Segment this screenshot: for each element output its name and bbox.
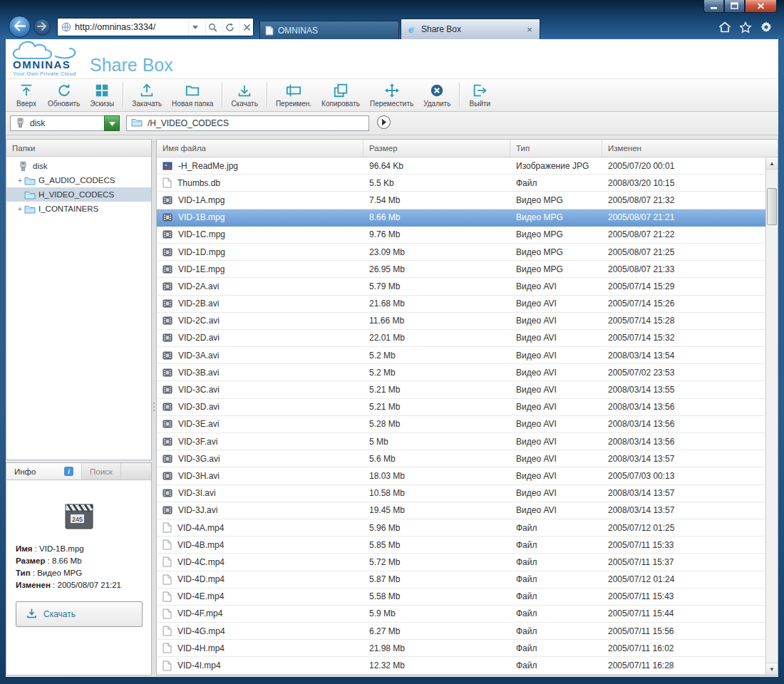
toolbar-button[interactable]: Новая папка — [167, 79, 218, 111]
table-row[interactable]: VID-2A.avi 5.79 Mb Видео AVI 2005/07/14 … — [157, 278, 765, 295]
stop-icon[interactable] — [239, 19, 253, 36]
file-size: 5.85 Mb — [363, 540, 510, 550]
close-window-button[interactable] — [745, 0, 777, 13]
minimize-button[interactable] — [703, 0, 724, 13]
scrollbar[interactable]: ▲ ▼ — [765, 157, 778, 675]
browser-tab[interactable]: e Share Box — [401, 19, 540, 39]
tab-close-icon[interactable] — [525, 25, 535, 34]
file-type: Видео AVI — [510, 385, 602, 395]
file-modified: 2008/03/14 13:56 — [602, 419, 765, 429]
file-type: Файл — [510, 178, 602, 188]
download-button[interactable]: Скачать — [16, 601, 143, 627]
toolbar-button[interactable]: Выйти — [463, 79, 496, 111]
column-header[interactable]: Размер — [363, 140, 510, 157]
table-row[interactable]: Thumbs.db 5.5 Kb Файл 2008/03/20 10:15 — [157, 175, 765, 192]
table-row[interactable]: VID-2D.avi 22.01 Mb Видео AVI 2005/07/14… — [157, 330, 765, 347]
table-row[interactable]: VID-3F.avi 5 Mb Видео AVI 2008/03/14 13:… — [157, 433, 765, 450]
file-name: VID-2C.avi — [178, 316, 220, 326]
toolbar-button[interactable]: Удалить — [418, 79, 455, 111]
info-icon: i — [64, 467, 73, 476]
tree-expander[interactable]: + — [16, 205, 24, 213]
table-row[interactable]: VID-3D.avi 5.21 Mb Видео AVI 2008/03/14 … — [157, 399, 765, 416]
table-row[interactable]: VID-4A.mp4 5.96 Mb Файл 2005/07/12 01:25 — [157, 519, 765, 537]
file-icon — [163, 522, 172, 533]
film-icon — [163, 281, 172, 291]
image-icon — [163, 161, 172, 171]
file-type: Файл — [510, 660, 602, 670]
folder-icon — [131, 118, 143, 129]
table-row[interactable]: VID-4I.mp4 12.32 Mb Файл 2005/07/11 16:2… — [157, 657, 765, 674]
table-row[interactable]: VID-4H.mp4 21.98 Mb Файл 2005/07/11 16:0… — [157, 640, 765, 657]
forward-button[interactable] — [33, 19, 51, 36]
film-icon — [163, 368, 172, 378]
file-size: 5.87 Mb — [363, 574, 510, 584]
file-type: Файл — [510, 540, 602, 550]
table-row[interactable]: VID-2C.avi 11.66 Mb Видео AVI 2005/07/14… — [157, 313, 765, 330]
table-row[interactable]: VID-1D.mpg 23.09 Mb Видео MPG 2005/08/07… — [157, 244, 765, 261]
address-dropdown-icon[interactable] — [188, 19, 202, 36]
scrollbar-thumb[interactable] — [767, 188, 777, 225]
table-row[interactable]: VID-1A.mpg 7.54 Mb Видео MPG 2005/08/07 … — [157, 192, 765, 209]
toolbar-button[interactable]: Обновить — [43, 79, 85, 111]
new-folder-icon — [185, 83, 200, 98]
search-icon[interactable] — [205, 19, 219, 36]
table-row[interactable]: VID-4D.mp4 5.87 Mb Файл 2005/07/12 01:24 — [157, 571, 765, 589]
file-type: Видео MPG — [510, 195, 602, 205]
scroll-up-icon[interactable]: ▲ — [766, 157, 778, 170]
table-row[interactable]: VID-1E.mpg 26.95 Mb Видео MPG 2005/08/07… — [157, 261, 765, 278]
table-row[interactable]: VID-4E.mp4 5.58 Mb Файл 2005/07/11 15:43 — [157, 589, 765, 606]
tree-item[interactable]: H_VIDEO_CODECS — [6, 187, 151, 202]
refresh-page-icon[interactable] — [222, 19, 236, 36]
browser-tab[interactable]: OMNINAS — [259, 21, 399, 39]
table-row[interactable]: VID-4F.mp4 5.9 Mb Файл 2005/07/11 15:44 — [157, 606, 765, 623]
table-row[interactable]: VID-3B.avi 5.2 Mb Видео AVI 2005/07/02 2… — [157, 364, 765, 381]
table-row[interactable]: VID-4G.mp4 6.27 Mb Файл 2005/07/11 15:56 — [157, 623, 765, 640]
toolbar-button[interactable]: Эскизы — [85, 79, 119, 111]
table-row[interactable]: VID-1C.mpg 9.76 Mb Видео MPG 2005/08/07 … — [157, 227, 765, 244]
maximize-button[interactable] — [724, 0, 745, 13]
tree-item[interactable]: disk — [6, 159, 151, 173]
table-row[interactable]: VID-3J.avi 19.45 Mb Видео AVI 2008/03/14… — [157, 502, 765, 519]
panel-tab[interactable]: Инфо i — [6, 463, 82, 480]
disk-selector[interactable]: disk — [10, 115, 120, 131]
panel-tab[interactable]: Поиск — [82, 463, 121, 480]
table-row[interactable]: VID-4B.mp4 5.85 Mb Файл 2005/07/11 15:33 — [157, 537, 765, 554]
favorites-icon[interactable] — [739, 21, 752, 33]
toolbar-button[interactable]: Переместить — [365, 79, 418, 111]
table-row[interactable]: -H_ReadMe.jpg 96.64 Kb Изображение JPG 2… — [157, 157, 765, 175]
toolbar-separator — [123, 83, 123, 108]
file-type: Видео AVI — [510, 299, 602, 309]
path-input[interactable]: /H_VIDEO_CODECS — [126, 115, 369, 131]
column-header[interactable]: Тип — [510, 140, 602, 157]
toolbar-button[interactable]: Копировать — [316, 79, 365, 111]
table-row[interactable]: VID-3I.avi 10.58 Mb Видео AVI 2008/03/14… — [157, 485, 765, 502]
go-button[interactable] — [376, 115, 391, 131]
table-row[interactable]: VID-2B.avi 21.68 Mb Видео AVI 2005/07/14… — [157, 296, 765, 313]
disk-dropdown-button[interactable] — [104, 115, 120, 131]
table-row[interactable]: VID-3C.avi 5.21 Mb Видео AVI 2008/03/14 … — [157, 381, 765, 398]
table-row[interactable]: VID-4C.mp4 5.72 Mb Файл 2005/07/11 15:37 — [157, 554, 765, 571]
file-size: 23.09 Mb — [363, 247, 510, 257]
scroll-down-icon[interactable]: ▼ — [766, 663, 778, 675]
info-field: Имя : VID-1B.mpg — [16, 543, 142, 555]
disk-selector-value[interactable]: disk — [10, 115, 104, 131]
file-size: 5.2 Mb — [363, 351, 510, 361]
tree-item[interactable]: + I_CONTAINERS — [6, 202, 151, 216]
home-icon[interactable] — [718, 21, 731, 33]
tree-expander[interactable]: + — [16, 177, 24, 185]
settings-icon[interactable] — [760, 21, 773, 33]
table-row[interactable]: VID-1B.mpg 8.66 Mb Видео MPG 2005/08/07 … — [157, 209, 765, 227]
column-header[interactable]: Изменен — [602, 140, 778, 157]
address-bar[interactable]: http://omninas:3334/ — [57, 18, 254, 36]
toolbar-button[interactable]: Переимен. — [271, 79, 316, 111]
back-button[interactable] — [9, 16, 31, 38]
toolbar-button[interactable]: Вверх — [10, 79, 43, 111]
table-row[interactable]: VID-3E.avi 5.28 Mb Видео AVI 2008/03/14 … — [157, 416, 765, 433]
table-row[interactable]: VID-3G.avi 5.6 Mb Видео AVI 2008/03/14 1… — [157, 450, 765, 467]
tree-item[interactable]: + G_AUDIO_CODECS — [6, 173, 151, 187]
toolbar-button[interactable]: Скачать — [226, 79, 263, 111]
table-row[interactable]: VID-3H.avi 18.03 Mb Видео AVI 2005/07/03… — [157, 467, 765, 484]
column-header[interactable]: Имя файла — [157, 140, 363, 157]
table-row[interactable]: VID-3A.avi 5.2 Mb Видео AVI 2008/03/14 1… — [157, 347, 765, 364]
toolbar-button[interactable]: Закачать — [127, 79, 167, 111]
